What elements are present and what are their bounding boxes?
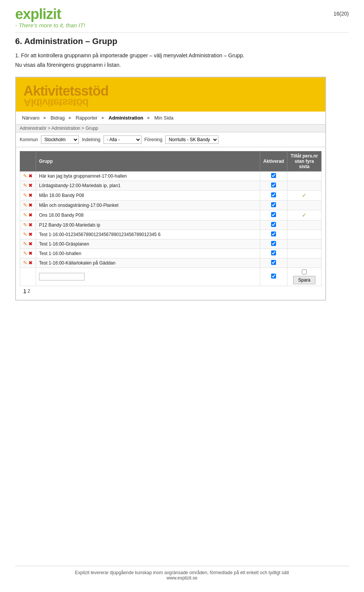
aktiverad-checkbox[interactable] (271, 231, 276, 236)
save-button[interactable]: Spara (293, 276, 315, 284)
groups-table: Grupp Aktiverad Tillåt pers.nr utan fyra… (20, 151, 322, 286)
new-group-input[interactable] (39, 273, 85, 280)
table-row: ✎✖Lördagsbandy-12:00-Mariedals ip, plan1 (20, 181, 322, 190)
row-actions: ✎✖ (20, 258, 36, 268)
row-actions: ✎✖ (20, 181, 36, 190)
group-name: Test 1-16:00-Källarlokalen på Gäddan (36, 258, 260, 268)
logo-text: explizit (15, 7, 85, 21)
col-grupp: Grupp (36, 151, 260, 171)
aktiverad-cell (260, 181, 287, 190)
row-actions: ✎✖ (20, 239, 36, 249)
breadcrumb: Administratör > Administration > Grupp (16, 124, 325, 132)
nav-item-min-sida[interactable]: Min Sida (152, 114, 176, 122)
forening-label: Förening (144, 137, 162, 142)
nav-item-narvaro[interactable]: Närvaro (20, 114, 42, 122)
page-header: explizit - There's more to it, than IT! … (0, 0, 364, 32)
group-name: Här kan jag byta gruppnamnet-17:00-halle… (36, 171, 260, 181)
screenshot-box: Aktivitetsstöd Aktivitetsstöd Närvaro ► … (15, 77, 326, 301)
tillat-cell (287, 171, 322, 181)
row-actions: ✎✖ (20, 190, 36, 200)
edit-icon[interactable]: ✎ (23, 250, 27, 256)
aktiverad-cell (260, 171, 287, 181)
group-name: Lördagsbandy-12:00-Mariedals ip, plan1 (36, 181, 260, 190)
group-name: Ons 18.00 Bandy P08 (36, 210, 260, 220)
delete-icon[interactable]: ✖ (28, 250, 33, 256)
new-row: Spara (20, 268, 322, 286)
edit-icon[interactable]: ✎ (23, 192, 27, 198)
edit-icon[interactable]: ✎ (23, 173, 27, 179)
new-row-actions (20, 268, 36, 286)
delete-icon[interactable]: ✖ (28, 231, 33, 237)
footer-website: www.explizit.se (15, 575, 349, 581)
tillat-cell (287, 220, 322, 230)
delete-icon[interactable]: ✖ (28, 183, 33, 188)
new-aktiverad-checkbox[interactable] (271, 274, 276, 279)
tillat-check-icon: ✓ (302, 212, 307, 218)
nav-item-bidrag[interactable]: Bidrag (48, 114, 67, 122)
col-tillat: Tillåt pers.nr utan fyra sista (287, 151, 322, 171)
col-aktiverad: Aktiverad (260, 151, 287, 171)
app-header: Aktivitetsstöd Aktivitetsstöd (16, 77, 325, 112)
section-title: 6. Administration – Grupp (15, 36, 349, 46)
aktiverad-checkbox[interactable] (271, 202, 276, 207)
delete-icon[interactable]: ✖ (28, 202, 33, 208)
col-actions (20, 151, 36, 171)
table-row: ✎✖Test 1-16:00-0123456789012345678901234… (20, 230, 322, 239)
edit-icon[interactable]: ✎ (23, 183, 27, 188)
delete-icon[interactable]: ✖ (28, 222, 33, 228)
row-actions: ✎✖ (20, 210, 36, 220)
nav-item-rapporter[interactable]: Rapporter (74, 114, 100, 122)
tillat-cell (287, 258, 322, 268)
tillat-cell (287, 230, 322, 239)
edit-icon[interactable]: ✎ (23, 260, 27, 266)
delete-icon[interactable]: ✖ (28, 212, 33, 218)
edit-icon[interactable]: ✎ (23, 231, 27, 237)
kommun-label: Kommun (20, 137, 38, 142)
nav-item-administration[interactable]: Administration (106, 114, 146, 122)
delete-icon[interactable]: ✖ (28, 241, 33, 247)
aktiverad-checkbox[interactable] (271, 260, 276, 265)
aktiverad-cell (260, 190, 287, 200)
main-content: 6. Administration – Grupp 1. För att kon… (0, 33, 364, 312)
aktiverad-cell (260, 210, 287, 220)
delete-icon[interactable]: ✖ (28, 173, 33, 179)
tillat-cell (287, 181, 322, 190)
table-row: ✎✖Mån och onsdagsträning-17:00-Planket (20, 200, 322, 210)
indelning-select[interactable]: - Alla - (104, 135, 141, 144)
delete-icon[interactable]: ✖ (28, 192, 33, 198)
page-1[interactable]: 1 (24, 288, 26, 294)
nav-arrow-1: ► (43, 115, 47, 120)
aktiverad-checkbox[interactable] (271, 173, 276, 178)
logo-tagline: - There's more to it, than IT! (15, 22, 85, 28)
aktiverad-cell (260, 249, 287, 258)
group-name: Mån och onsdagsträning-17:00-Planket (36, 200, 260, 210)
page-2[interactable]: 2 (28, 288, 30, 294)
row-actions: ✎✖ (20, 230, 36, 239)
aktiverad-checkbox[interactable] (271, 192, 276, 197)
aktiverad-checkbox[interactable] (271, 250, 276, 255)
edit-icon[interactable]: ✎ (23, 241, 27, 247)
group-name: Test 1-16:00-012345678901234567890123456… (36, 230, 260, 239)
edit-icon[interactable]: ✎ (23, 222, 27, 228)
tillat-cell: ✓ (287, 190, 322, 200)
tillat-cell (287, 200, 322, 210)
footer-divider (15, 566, 349, 566)
app-title: Aktivitetsstöd Aktivitetsstöd (24, 84, 318, 106)
table-row: ✎✖Ons 18.00 Bandy P08✓ (20, 210, 322, 220)
edit-icon[interactable]: ✎ (23, 212, 27, 218)
aktiverad-checkbox[interactable] (271, 241, 276, 246)
new-row-input-cell (36, 268, 260, 286)
aktiverad-checkbox[interactable] (271, 222, 276, 227)
tillat-cell (287, 239, 322, 249)
delete-icon[interactable]: ✖ (28, 260, 33, 266)
new-row-tillat: Spara (287, 268, 322, 286)
aktiverad-cell (260, 239, 287, 249)
kommun-select[interactable]: Stockholm (41, 135, 79, 144)
nav-arrow-2: ► (68, 115, 72, 120)
forening-select[interactable]: Norrtulls - SK Bandy (165, 135, 218, 144)
aktiverad-checkbox[interactable] (271, 183, 276, 187)
group-name: Test 1-16:00-Ishallen (36, 249, 260, 258)
new-tillat-checkbox[interactable] (302, 269, 307, 274)
edit-icon[interactable]: ✎ (23, 202, 27, 208)
aktiverad-checkbox[interactable] (271, 212, 276, 217)
